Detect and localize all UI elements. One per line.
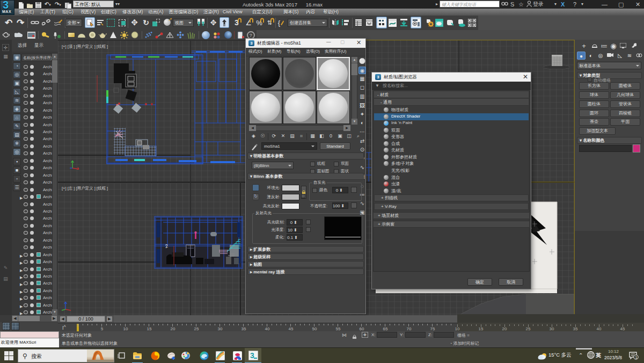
svg-text:1: 1: [635, 355, 638, 359]
svg-text:3: 3: [250, 351, 254, 360]
svg-text:?: ?: [250, 33, 253, 38]
